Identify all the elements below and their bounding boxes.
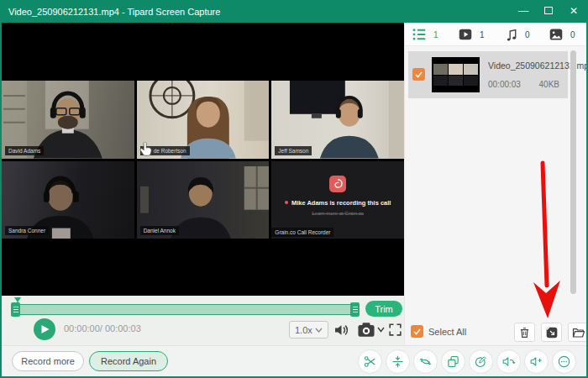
app-window: Video_250906212131.mp4 - Tipard Screen C… — [0, 0, 588, 378]
close-button[interactable]: ✕ — [568, 0, 580, 23]
grip-icon — [13, 307, 18, 313]
select-all-label: Select All — [428, 327, 466, 337]
fullscreen-icon[interactable] — [387, 322, 403, 338]
participant-name-label: Sandra Conner — [5, 226, 49, 235]
participant-name-label: Daniel Annok — [140, 226, 179, 235]
video-thumbnail — [432, 57, 480, 92]
trim-end-handle[interactable] — [350, 302, 360, 317]
call-participant-grid: David Adams de Robertson — [2, 81, 404, 239]
bottom-toolbar: Record more Record Again — [2, 345, 586, 376]
tab-count: 0 — [525, 30, 530, 39]
play-icon — [40, 324, 50, 334]
recording-notice-subtext: Learn more at Grain.co — [312, 211, 364, 216]
list-scrollbar[interactable] — [570, 50, 576, 294]
metadata-editor-button[interactable] — [469, 349, 493, 374]
more-tools-button[interactable] — [552, 349, 576, 374]
tab-count: 1 — [433, 30, 438, 39]
converter-button[interactable] — [413, 349, 438, 374]
ellipsis-circle-icon — [557, 354, 571, 369]
video-trimmer-button[interactable] — [358, 349, 382, 374]
select-all-checkbox[interactable] — [411, 325, 423, 338]
record-again-button[interactable]: Record Again — [89, 351, 168, 371]
selection-toolbar: Select All — [405, 318, 586, 345]
participant-name-label: Jeff Samson — [275, 146, 312, 155]
chevron-down-icon — [315, 328, 323, 333]
tab-count: 0 — [570, 30, 575, 39]
volume-booster-button[interactable] — [524, 349, 549, 374]
list-icon — [412, 28, 427, 41]
trim-button[interactable]: Trim — [365, 301, 402, 317]
video-preview-area[interactable]: David Adams de Robertson — [2, 23, 404, 296]
participant-name-label: Grain.co Call Recorder — [271, 228, 333, 237]
open-folder-button[interactable] — [568, 323, 588, 342]
rotate-arrows-icon — [418, 354, 433, 369]
check-icon — [414, 70, 423, 79]
export-button[interactable] — [541, 323, 562, 342]
check-icon — [412, 327, 422, 336]
grip-icon — [353, 307, 358, 313]
trash-icon — [518, 326, 531, 339]
file-checkbox[interactable] — [412, 68, 425, 81]
delete-button[interactable] — [514, 323, 535, 342]
participant-name-label: David Adams — [5, 146, 44, 155]
window-title: Video_250906212131.mp4 - Tipard Screen C… — [8, 7, 220, 17]
video-compressor-button[interactable] — [386, 349, 410, 374]
participant-tile: Daniel Annok — [137, 161, 270, 239]
snapshot-camera-icon[interactable] — [357, 322, 375, 339]
recorder-notice-tile: Mike Adams is recording this call Learn … — [271, 161, 404, 239]
time-display: 00:00:00/ 00:00:03 — [64, 323, 141, 333]
recording-list-item[interactable]: Video_250906212131.mp4 00:00:03 40KB — [408, 51, 568, 98]
music-note-icon — [505, 28, 518, 42]
export-icon — [545, 326, 559, 339]
merger-button[interactable] — [441, 349, 465, 374]
trim-timeline[interactable] — [11, 304, 360, 315]
tab-all-recordings[interactable]: 1 — [412, 23, 438, 46]
play-button[interactable] — [34, 318, 55, 340]
scissors-icon — [363, 354, 377, 369]
speed-value: 1.0x — [295, 325, 312, 335]
record-more-button[interactable]: Record more — [12, 351, 84, 371]
file-duration: 00:00:03 — [488, 80, 521, 89]
audio-converter-button[interactable] — [496, 349, 521, 374]
participant-tile: de Robertson — [137, 81, 270, 159]
tab-images[interactable]: 0 — [549, 23, 575, 46]
compress-icon — [391, 354, 405, 369]
minimize-button[interactable]: — — [517, 0, 529, 23]
grain-logo-icon — [329, 176, 346, 192]
playback-speed-select[interactable]: 1.0x — [289, 321, 328, 339]
title-bar: Video_250906212131.mp4 - Tipard Screen C… — [0, 0, 588, 23]
maximize-icon — [544, 7, 553, 14]
maximize-button[interactable] — [543, 0, 554, 23]
trim-start-handle[interactable] — [11, 302, 20, 317]
hand-cursor-icon — [139, 142, 152, 157]
thumbnail-grid — [433, 64, 478, 86]
tab-count: 1 — [480, 30, 485, 39]
recording-notice-text: Mike Adams is recording this call — [291, 199, 391, 207]
video-icon — [458, 28, 473, 41]
player-controls: Trim 00:00:00/ 00:00:03 1.0x — [2, 296, 404, 345]
speaker-arrow-icon — [501, 354, 516, 369]
file-size: 40KB — [539, 80, 559, 89]
duplicate-icon — [446, 354, 460, 369]
participant-tile: David Adams — [2, 81, 134, 159]
recording-history-sidebar: 1 1 0 0 — [404, 23, 586, 345]
window-border-left — [0, 23, 2, 378]
folder-icon — [571, 326, 585, 339]
participant-tile: Sandra Conner — [2, 161, 134, 239]
edit-circle-icon — [474, 354, 488, 369]
participant-tile: Jeff Samson — [271, 81, 404, 159]
tab-audio[interactable]: 0 — [505, 23, 530, 46]
volume-icon[interactable] — [333, 322, 350, 339]
media-tab-bar: 1 1 0 0 — [405, 23, 586, 46]
snapshot-options-chevron-icon[interactable] — [377, 327, 385, 333]
tab-videos[interactable]: 1 — [458, 23, 485, 46]
recording-dot-icon — [285, 201, 288, 204]
speaker-plus-icon — [529, 354, 543, 369]
image-icon — [549, 28, 564, 41]
